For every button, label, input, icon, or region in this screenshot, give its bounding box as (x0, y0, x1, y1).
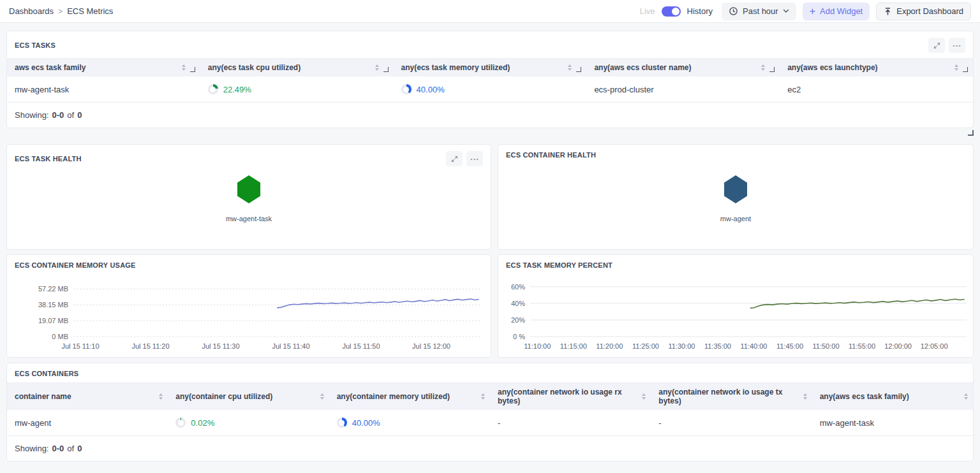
time-range-button[interactable]: Past hour (722, 3, 796, 20)
expand-icon (451, 156, 458, 163)
time-range-label: Past hour (743, 6, 778, 16)
ecs-tasks-table-header: aws ecs task family any(ecs task cpu uti… (7, 58, 973, 76)
memory-usage-title: ECS CONTAINER MEMORY USAGE (15, 261, 136, 269)
live-history-toggle[interactable] (662, 6, 681, 17)
svg-text:11:40:00: 11:40:00 (740, 342, 767, 350)
ecs-task-health-title: ECS TASK HEALTH (15, 155, 82, 163)
cell-network-rx: - (490, 410, 651, 435)
sort-icon[interactable] (761, 64, 765, 71)
export-dashboard-button[interactable]: Export Dashboard (876, 3, 971, 20)
col-container-name[interactable]: container name (7, 383, 168, 410)
ecs-containers-table-header: container name any(container cpu utilize… (7, 382, 973, 410)
svg-text:0 %: 0 % (513, 333, 525, 340)
svg-text:Jul 15 11:50: Jul 15 11:50 (342, 342, 380, 350)
col-network-tx[interactable]: any(container network io usage tx bytes) (651, 383, 812, 410)
export-dashboard-label: Export Dashboard (896, 6, 963, 16)
breadcrumb-current: ECS Metrics (67, 6, 113, 16)
cpu-gauge (175, 418, 186, 428)
cell-cluster-name: ecs-prod-cluster (586, 76, 780, 102)
svg-text:20%: 20% (511, 316, 525, 324)
ecs-container-health-title: ECS CONTAINER HEALTH (506, 151, 596, 159)
svg-text:40%: 40% (511, 300, 525, 307)
col-container-cpu[interactable]: any(container cpu utilized) (168, 383, 329, 410)
svg-text:11:55:00: 11:55:00 (849, 342, 875, 350)
memory-percent-chart[interactable]: 60%40%20%0 %11:10:0011:15:0011:20:0011:2… (503, 274, 973, 353)
col-network-rx[interactable]: any(container network io usage rx bytes) (490, 383, 651, 410)
sort-icon[interactable] (964, 393, 968, 400)
sort-icon[interactable] (481, 393, 485, 400)
ecs-task-health-panel: ECS TASK HEALTH ... mw-agent-task (6, 144, 491, 250)
container-health-node-label: mw-agent (720, 215, 751, 222)
svg-text:Jul 15 12:00: Jul 15 12:00 (412, 342, 450, 350)
cell-launchtype: ec2 (780, 76, 973, 102)
ecs-containers-pagination: Showing: 0-0 of 0 (7, 435, 973, 461)
col-ecs-task-memory[interactable]: any(ecs task memory utilized) (394, 59, 587, 76)
cpu-gauge (208, 84, 218, 94)
svg-text:60%: 60% (511, 283, 525, 291)
col-ecs-task-cpu[interactable]: any(ecs task cpu utilized) (200, 59, 394, 76)
col-task-family[interactable]: any(aws ecs task family) (812, 383, 973, 410)
sort-icon[interactable] (182, 64, 186, 71)
panel-menu-button[interactable]: ... (466, 151, 483, 166)
svg-text:11:45:00: 11:45:00 (776, 342, 803, 350)
svg-text:Jul 15 11:20: Jul 15 11:20 (131, 342, 169, 350)
sort-icon[interactable] (642, 393, 646, 400)
breadcrumb-dashboards[interactable]: Dashboards (9, 6, 54, 16)
ecs-container-health-panel: ECS CONTAINER HEALTH mw-agent (498, 144, 974, 250)
column-resize-handle[interactable] (576, 67, 581, 72)
svg-text:11:15:00: 11:15:00 (560, 342, 587, 350)
cell-container-name: mw-agent (7, 410, 168, 435)
svg-text:11:25:00: 11:25:00 (632, 342, 659, 350)
container-health-hexagon[interactable] (724, 175, 747, 203)
sort-icon[interactable] (803, 393, 807, 400)
svg-text:12:05:00: 12:05:00 (921, 342, 948, 350)
svg-text:11:10:00: 11:10:00 (524, 342, 551, 350)
memory-gauge (401, 84, 412, 94)
ecs-tasks-table-row[interactable]: mw-agent-task 22.49% 40.00% ecs-prod-clu… (7, 76, 973, 102)
cell-task-memory: 40.00% (394, 76, 587, 102)
svg-text:11:50:00: 11:50:00 (813, 342, 840, 350)
sort-icon[interactable] (568, 64, 572, 71)
cell-container-memory: 40.00% (329, 410, 490, 435)
ecs-tasks-pagination: Showing: 0-0 of 0 (7, 102, 973, 127)
column-resize-handle[interactable] (769, 67, 775, 72)
export-icon (884, 7, 892, 16)
add-widget-label: Add Widget (820, 6, 863, 16)
column-resize-handle[interactable] (383, 67, 389, 72)
task-health-node-label: mw-agent-task (226, 215, 272, 222)
chevron-down-icon (783, 9, 789, 13)
memory-percent-title: ECS TASK MEMORY PERCENT (506, 261, 612, 269)
col-ecs-cluster-name[interactable]: any(aws ecs cluster name) (586, 59, 780, 76)
svg-text:19.07 MB: 19.07 MB (38, 317, 68, 324)
sort-icon[interactable] (159, 393, 163, 400)
column-resize-handle[interactable] (190, 67, 195, 72)
col-ecs-launchtype[interactable]: any(aws ecs launchtype) (780, 59, 973, 76)
cell-network-tx: - (651, 410, 812, 435)
add-widget-button[interactable]: + Add Widget (803, 3, 870, 20)
memory-usage-chart[interactable]: 57.22 MB38.15 MB19.07 MB0 MBJul 15 11:10… (12, 274, 487, 353)
sort-icon[interactable] (954, 64, 958, 71)
top-bar: Dashboards > ECS Metrics Live History Pa… (0, 0, 980, 23)
history-label: History (687, 6, 713, 16)
svg-text:Jul 15 11:10: Jul 15 11:10 (61, 342, 99, 350)
expand-panel-button[interactable] (928, 38, 945, 53)
expand-panel-button[interactable] (446, 151, 463, 166)
memory-gauge (337, 418, 347, 428)
svg-text:11:20:00: 11:20:00 (596, 342, 623, 350)
sort-icon[interactable] (375, 64, 379, 71)
svg-text:11:30:00: 11:30:00 (668, 342, 695, 350)
svg-text:0 MB: 0 MB (52, 333, 68, 340)
dashboard-body: ECS TASKS ... aws ecs task family (0, 23, 980, 462)
cell-container-cpu: 0.02% (168, 410, 329, 435)
col-aws-ecs-task-family[interactable]: aws ecs task family (7, 59, 200, 76)
panel-menu-button[interactable]: ... (949, 38, 965, 53)
sort-icon[interactable] (320, 393, 324, 400)
task-health-hexagon[interactable] (237, 175, 260, 203)
svg-text:Jul 15 11:30: Jul 15 11:30 (202, 342, 239, 350)
panel-resize-handle[interactable] (968, 130, 974, 136)
clock-icon (729, 6, 738, 16)
column-resize-handle[interactable] (963, 67, 968, 72)
col-container-memory[interactable]: any(container memory utilized) (329, 383, 490, 410)
svg-text:57.22 MB: 57.22 MB (38, 285, 68, 293)
ecs-containers-table-row[interactable]: mw-agent 0.02% 40.00% - - mw-agent-task (7, 410, 973, 435)
